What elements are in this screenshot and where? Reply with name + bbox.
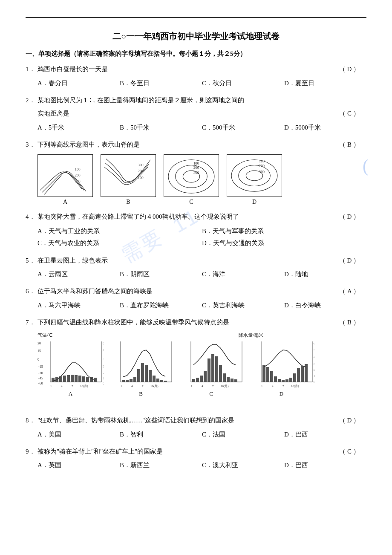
contour-diagrams: 100 200 300 A 300 200 100 B <box>37 154 366 205</box>
svg-text:7: 7 <box>142 384 144 388</box>
q3-text: 下列等高线示意图中，表示山脊的是 <box>37 139 332 150</box>
question-8: 8． "狂欢节、桑巴舞、热带雨林危机……"这些词语让我们联想到的国家是 （ D … <box>26 415 366 440</box>
spacer-1 <box>26 403 366 415</box>
chart-b-box: 1 4 7 10(月) <box>108 339 174 390</box>
question-5: 5． 在卫星云图上，绿色表示 （ D ） A．云雨区 B．阴雨区 C．海洋 D．… <box>26 255 366 280</box>
svg-rect-76 <box>204 371 207 382</box>
svg-text:100: 100 <box>75 167 81 171</box>
svg-text:300: 300 <box>193 171 199 175</box>
svg-point-7 <box>176 165 207 188</box>
svg-text:400: 400 <box>314 356 314 359</box>
svg-text:4: 4 <box>272 384 274 388</box>
svg-text:30: 30 <box>37 341 41 345</box>
contour-box-b: 300 200 100 <box>101 154 156 197</box>
q4-opt-c: C．天气与农业的关系 <box>37 237 202 249</box>
q2-text: 某地图比例尺为１∶，在图上量得两地间的距离是２厘米，则这两地之间的 <box>37 95 366 106</box>
svg-rect-78 <box>211 354 214 382</box>
q6-opt-b: B．直布罗陀海峡 <box>120 300 202 311</box>
chart-ylabel-left: 气温/℃ 降水量/毫米 <box>37 332 366 338</box>
q1-text: 鸡西市白昼最长的一天是 <box>37 64 332 75</box>
charts-row: 30 15 0 -15 -30 -45 -60 600 500 400 300 … <box>37 339 366 397</box>
q5-num: 5． <box>26 257 37 265</box>
svg-text:7: 7 <box>282 384 284 388</box>
svg-rect-61 <box>149 370 152 382</box>
chart-d-box: 600 500 400 300 200 100 0 <box>248 339 314 390</box>
q2-answer: （ C ） <box>332 110 366 118</box>
q4-opt-b: B．天气与军事的关系 <box>202 225 366 237</box>
contour-label-b: B <box>126 199 130 205</box>
svg-text:300: 300 <box>138 163 144 167</box>
q3-answer: （ B ） <box>332 141 366 149</box>
svg-rect-109 <box>301 366 304 382</box>
q2-opt-d: D．5000千米 <box>284 122 366 133</box>
chart-d: 600 500 400 300 200 100 0 <box>248 339 314 397</box>
svg-text:4: 4 <box>61 384 63 388</box>
svg-rect-39 <box>67 375 70 382</box>
svg-text:-15: -15 <box>38 365 43 369</box>
question-4: 4． 某地突降大雪，在高速公路上滞留了约４000辆机动车。这个现象说明了 （ D… <box>26 211 366 249</box>
svg-text:200: 200 <box>103 371 104 375</box>
chart-d-label: D <box>280 390 283 397</box>
svg-rect-82 <box>227 377 230 382</box>
svg-text:200: 200 <box>138 169 144 173</box>
q1-opt-d: D．夏至日 <box>284 78 366 89</box>
question-1: 1． 鸡西市白昼最长的一天是 （ D ） A．春分日 B．冬至日 C．秋分日 D… <box>26 64 366 89</box>
chart-a: 30 15 0 -15 -30 -45 -60 600 500 400 300 … <box>37 339 104 397</box>
svg-text:10(月): 10(月) <box>150 384 159 388</box>
q8-opt-a: A．美国 <box>37 429 120 440</box>
svg-text:1: 1 <box>50 384 52 388</box>
q7-text: 下列四幅气温曲线和降水柱状图中，能够反映温带季风气候特点的是 <box>37 317 332 328</box>
svg-text:600: 600 <box>314 342 314 345</box>
svg-text:1: 1 <box>121 384 122 388</box>
svg-rect-56 <box>130 379 133 382</box>
q6-opt-c: C．英吉利海峡 <box>202 300 284 311</box>
svg-rect-42 <box>78 376 81 382</box>
q5-opt-c: C．海洋 <box>202 269 284 280</box>
svg-text:300: 300 <box>75 179 81 183</box>
svg-text:400: 400 <box>103 358 104 361</box>
q1-num: 1． <box>26 65 37 73</box>
svg-rect-106 <box>289 378 292 382</box>
q9-num: 9． <box>26 448 37 456</box>
q6-opt-d: D．白令海峡 <box>284 300 366 311</box>
svg-text:-60: -60 <box>38 382 43 385</box>
svg-text:0: 0 <box>37 358 39 361</box>
q5-opt-a: A．云雨区 <box>37 269 120 280</box>
q6-options: A．马六甲海峡 B．直布罗陀海峡 C．英吉利海峡 D．白令海峡 <box>37 300 366 311</box>
q2-num: 2． <box>26 96 37 104</box>
svg-rect-63 <box>156 379 159 382</box>
question-6: 6． 位于马来半岛和苏门答腊岛之间的海峡是 （ A ） A．马六甲海峡 B．直布… <box>26 286 366 311</box>
q4-opt-d: D．天气与交通的关系 <box>202 237 366 249</box>
svg-rect-46 <box>94 378 97 382</box>
svg-text:4: 4 <box>202 384 203 388</box>
q4-opt-a: A．天气与工业的关系 <box>37 225 202 237</box>
q4-answer: （ D ） <box>332 213 366 221</box>
svg-rect-59 <box>141 363 144 382</box>
contour-d: 100 200 300 D <box>227 154 282 205</box>
q9-opt-a: A．英国 <box>37 460 120 471</box>
q2-options: A．5千米 B．50千米 C．500千米 D．5000千米 <box>37 122 366 133</box>
svg-rect-73 <box>192 379 195 382</box>
svg-rect-38 <box>63 376 66 382</box>
chart-a-label: A <box>69 390 72 397</box>
svg-text:200: 200 <box>193 165 199 170</box>
question-3: 3． 下列等高线示意图中，表示山脊的是 （ B ） 100 200 300 A <box>26 139 366 206</box>
svg-rect-44 <box>86 377 89 382</box>
svg-rect-108 <box>297 368 300 382</box>
svg-text:500: 500 <box>314 349 314 352</box>
svg-rect-55 <box>126 380 129 382</box>
q9-opt-c: C．澳大利亚 <box>202 460 284 471</box>
top-divider <box>26 17 366 18</box>
q5-text: 在卫星云图上，绿色表示 <box>37 255 332 266</box>
q8-options: A．美国 B．智利 C．法国 D．巴西 <box>37 429 366 440</box>
svg-rect-107 <box>293 373 296 382</box>
svg-rect-58 <box>137 369 140 382</box>
chart-c: 1 4 7 10(月) C <box>178 339 244 397</box>
svg-text:7: 7 <box>72 384 73 388</box>
svg-rect-77 <box>208 358 210 382</box>
q6-opt-a: A．马六甲海峡 <box>37 300 120 311</box>
svg-rect-75 <box>200 376 203 382</box>
svg-text:200: 200 <box>259 164 265 168</box>
svg-rect-57 <box>133 377 136 382</box>
svg-rect-41 <box>75 375 78 382</box>
